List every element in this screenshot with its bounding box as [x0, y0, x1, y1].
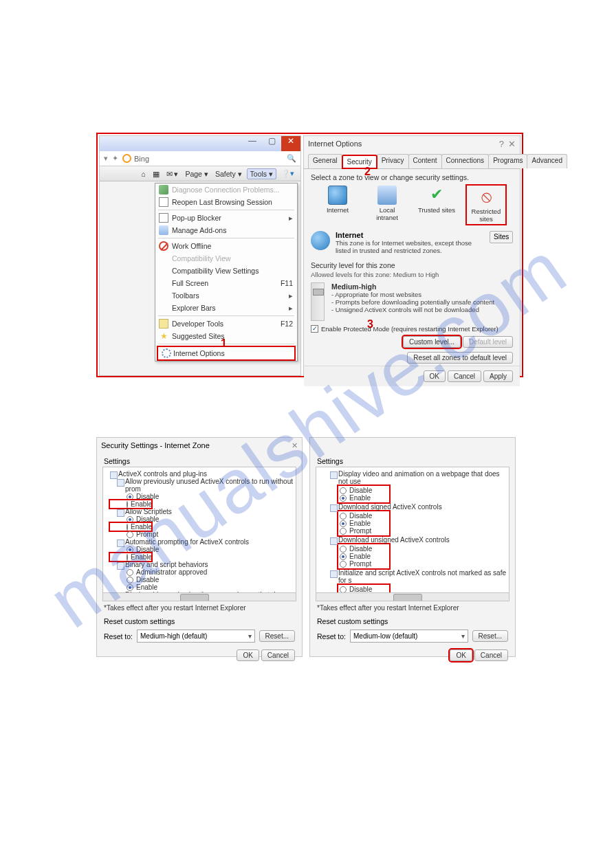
zone-internet[interactable]: Internet: [318, 186, 357, 224]
reset-button[interactable]: Reset...: [259, 630, 295, 642]
item-display-video: Display video and animation on a webpage…: [330, 470, 507, 485]
security-level-label: Security level for this zone: [304, 258, 520, 271]
menu-compat-settings[interactable]: Compatibility View Settings: [155, 265, 297, 277]
ok-button[interactable]: OK: [424, 370, 446, 382]
reset-to-label: Reset to:: [317, 632, 346, 641]
top-red-frame: — ▢ ✕ ▾ ✦ Bing 🔍 ⌂ ▦ ✉ ▾ Page ▾ Safety ▾…: [96, 133, 523, 377]
protected-mode-checkbox[interactable]: ✓Enable Protected Mode (requires restart…: [304, 324, 520, 334]
settings-tree[interactable]: ActiveX controls and plug-ins Allow prev…: [102, 467, 296, 601]
group-activex: ActiveX controls and plug-ins: [110, 470, 294, 478]
restart-note: *Takes effect after you restart Internet…: [97, 601, 302, 613]
zone-trusted[interactable]: Trusted sites: [417, 186, 456, 224]
menu-explorer-bars[interactable]: Explorer Bars▸: [155, 302, 297, 314]
intranet-icon: [377, 186, 397, 205]
sites-button[interactable]: Sites: [490, 231, 513, 243]
opt-disable[interactable]: Disable: [340, 487, 388, 494]
minimize-button[interactable]: —: [243, 136, 262, 151]
close-icon[interactable]: ✕: [508, 139, 516, 149]
tab-content[interactable]: Content: [408, 154, 442, 168]
menu-reopen[interactable]: Reopen Last Browsing Session: [155, 196, 297, 208]
security-settings-dialog-left: Security Settings - Internet Zone✕ Setti…: [96, 437, 303, 657]
level-description: Medium-high - Appropriate for most websi…: [331, 282, 494, 321]
opt-disable[interactable]: Disable: [110, 546, 294, 553]
settings-tree[interactable]: Display video and animation on a webpage…: [316, 467, 509, 601]
opt-enable[interactable]: Enable: [110, 523, 151, 531]
settings-label: Settings: [97, 453, 302, 467]
restricted-icon: [476, 187, 496, 206]
reset-to-label: Reset to:: [104, 632, 133, 641]
maximize-button[interactable]: ▢: [262, 136, 281, 151]
tools-dropdown: Diagnose Connection Problems... Reopen L…: [155, 183, 298, 361]
tab-programs[interactable]: Programs: [488, 154, 527, 168]
menu-compat-view[interactable]: Compatibility View: [155, 252, 297, 265]
opt-enable[interactable]: Enable: [110, 583, 294, 591]
opt-disable[interactable]: Disable: [340, 545, 388, 553]
tab-advanced[interactable]: Advanced: [527, 154, 567, 168]
zone-description: InternetThis zone is for Internet websit…: [304, 228, 520, 258]
reset-to-combo[interactable]: Medium-low (default): [350, 630, 468, 643]
opt-disable[interactable]: Disable: [340, 512, 388, 520]
tools-menu[interactable]: Tools ▾: [247, 168, 276, 179]
opt-enable[interactable]: Enable: [110, 500, 151, 508]
feeds-icon[interactable]: ▦: [151, 170, 162, 178]
menu-manage-addons[interactable]: Manage Add-ons: [155, 224, 297, 236]
security-slider[interactable]: [311, 282, 325, 321]
opt-enable[interactable]: Enable: [340, 520, 388, 527]
zone-local-intranet[interactable]: Local intranet: [368, 186, 406, 224]
page-menu[interactable]: Page ▾: [183, 170, 210, 178]
menu-popup-blocker[interactable]: Pop-up Blocker▸: [155, 212, 297, 224]
horizontal-scrollbar[interactable]: [103, 592, 296, 601]
address-bar[interactable]: ▾ ✦ Bing 🔍: [100, 151, 300, 166]
horizontal-scrollbar[interactable]: [316, 592, 509, 601]
apply-button[interactable]: Apply: [483, 370, 513, 382]
opt-prompt[interactable]: Prompt: [340, 527, 388, 535]
item-init-script: Initialize and script ActiveX controls n…: [330, 569, 507, 584]
menu-toolbars[interactable]: Toolbars▸: [155, 289, 297, 302]
help-icon[interactable]: ❔▾: [279, 169, 296, 178]
tab-connections[interactable]: Connections: [441, 154, 490, 168]
check-icon: [427, 186, 446, 205]
close-icon[interactable]: ✕: [292, 441, 298, 450]
opt-disable[interactable]: Disable: [110, 576, 294, 583]
reset-custom-label: Reset custom settings: [310, 613, 515, 627]
tab-security[interactable]: Security: [342, 155, 377, 169]
opt-enable[interactable]: Enable: [110, 553, 151, 561]
menu-diagnose[interactable]: Diagnose Connection Problems...: [155, 183, 297, 196]
zone-instruction: Select a zone to view or change security…: [304, 169, 520, 183]
tab-privacy[interactable]: Privacy: [377, 154, 409, 168]
ok-button[interactable]: OK: [237, 649, 259, 661]
opt-enable[interactable]: Enable: [340, 494, 388, 502]
star-icon: ★: [159, 331, 168, 341]
home-icon[interactable]: ⌂: [139, 170, 147, 178]
tab-general[interactable]: General: [308, 154, 342, 168]
reset-to-combo[interactable]: Medium-high (default): [137, 630, 255, 643]
ie-window: — ▢ ✕ ▾ ✦ Bing 🔍 ⌂ ▦ ✉ ▾ Page ▾ Safety ▾…: [99, 135, 301, 376]
custom-level-button[interactable]: Custom level...: [403, 336, 461, 348]
menu-work-offline[interactable]: Work Offline: [155, 240, 297, 252]
cancel-button[interactable]: Cancel: [261, 649, 295, 661]
gear-icon: [162, 348, 171, 358]
cancel-button[interactable]: Cancel: [474, 649, 508, 661]
opt-disable[interactable]: Disable: [110, 515, 294, 523]
reset-all-zones-button[interactable]: Reset all zones to default level: [407, 352, 513, 364]
opt-prompt[interactable]: Prompt: [340, 560, 388, 568]
ok-button[interactable]: OK: [450, 649, 472, 661]
help-icon[interactable]: ?: [499, 139, 504, 149]
opt-admin-approved[interactable]: Administrator approved: [110, 568, 294, 576]
reset-button[interactable]: Reset...: [472, 630, 508, 642]
tab-strip: General Security Privacy Content Connect…: [304, 151, 520, 169]
globe-icon: [311, 231, 330, 250]
cancel-button[interactable]: Cancel: [448, 370, 481, 382]
mail-icon[interactable]: ✉ ▾: [164, 170, 181, 178]
default-level-button[interactable]: Default level: [463, 336, 513, 348]
opt-prompt[interactable]: Prompt: [110, 531, 294, 538]
opt-disable[interactable]: Disable: [110, 493, 294, 500]
restart-note: *Takes effect after you restart Internet…: [310, 601, 515, 613]
safety-menu[interactable]: Safety ▾: [213, 170, 244, 178]
internet-options-dialog: Internet Options ?✕ General Security Pri…: [303, 135, 520, 376]
opt-enable[interactable]: Enable: [340, 553, 388, 560]
menu-devtools[interactable]: Developer ToolsF12: [155, 318, 297, 330]
zone-restricted[interactable]: Restricted sites: [467, 186, 505, 224]
menu-fullscreen[interactable]: Full ScreenF11: [155, 277, 297, 289]
close-button[interactable]: ✕: [281, 136, 300, 151]
